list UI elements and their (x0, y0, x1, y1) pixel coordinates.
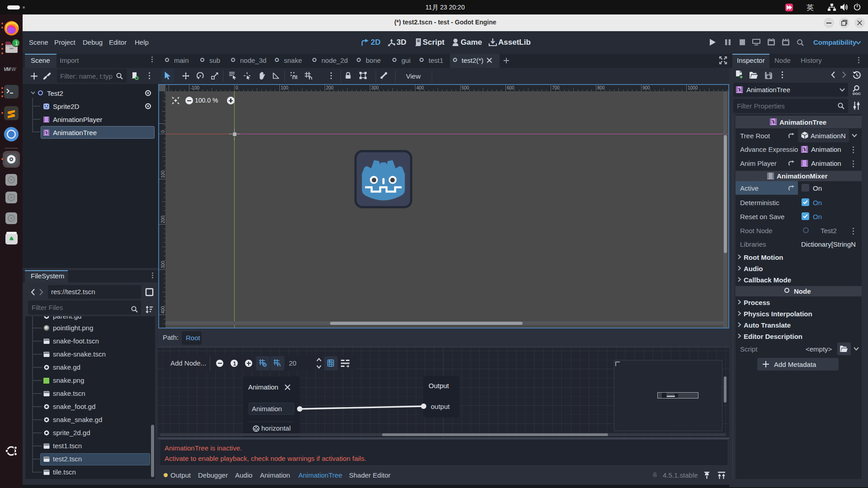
svg-text:DOC: DOC (853, 92, 861, 96)
